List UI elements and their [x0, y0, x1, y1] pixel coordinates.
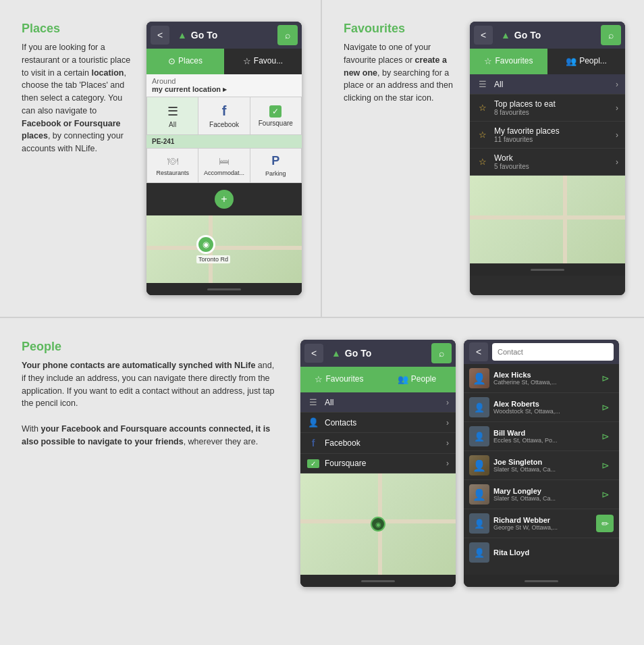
places-back-button[interactable]: <	[151, 26, 169, 45]
places-phone-content: Around my current location ▸ ☰ All f Fac…	[146, 74, 302, 295]
bill-ward-name: Bill Ward	[493, 429, 593, 437]
fav-tab-label2: Favourites	[495, 56, 533, 66]
joe-singleton-name: Joe Singleton	[493, 458, 593, 466]
fav-back-button[interactable]: <	[474, 26, 493, 45]
alex-roberts-info: Alex Roberts Woodstock St, Ottawa,...	[493, 400, 593, 415]
places-search-button[interactable]: ⌕	[277, 25, 298, 45]
joe-singleton-nav-icon: ⊳	[601, 460, 610, 471]
contact-joe-singleton: 👤 Joe Singleton Slater St, Ottawa, Ca...…	[464, 451, 619, 480]
people-left-search-button[interactable]: ⌕	[431, 343, 452, 363]
contact-mary-longley: 👤 Mary Longley Slater St, Ottawa, Ca... …	[464, 480, 619, 509]
tab-people-fav[interactable]: 👥 Peopl...	[547, 49, 625, 74]
tab-favourites-places[interactable]: ☆ Favou...	[224, 49, 302, 74]
fav-phone-header: < ▲ Go To ⌕	[470, 22, 625, 49]
people-phones-container: < ▲ Go To ⌕ ☆ Favourites 👥	[289, 340, 630, 587]
all-favourites-item[interactable]: ☰ All ›	[470, 74, 625, 95]
places-title: Places	[22, 22, 134, 36]
parking-cell[interactable]: P Parking	[250, 149, 301, 182]
alex-hicks-nav-button[interactable]: ⊳	[597, 370, 614, 386]
my-fav-name: My favorite places	[494, 126, 610, 136]
my-fav-places-item[interactable]: ☆ My favorite places 11 favourites ›	[470, 122, 625, 149]
my-fav-arrow: ›	[616, 130, 618, 140]
fav-people-label: Favourites	[325, 374, 363, 384]
facebook-contacts-item[interactable]: f Facebook ›	[300, 433, 456, 454]
work-arrow: ›	[616, 157, 618, 167]
people-left-tab-bar: ☆ Favourites 👥 People	[300, 367, 456, 392]
people-left-search-icon: ⌕	[439, 348, 444, 359]
contact-back-button[interactable]: <	[469, 342, 488, 361]
alex-roberts-avatar-icon: 👤	[474, 403, 485, 413]
richard-webber-info: Richard Webber George St W, Ottawa,...	[493, 516, 592, 531]
navigation-icon: ▲	[178, 30, 187, 41]
people-body: Your phone contacts are automatically sy…	[22, 359, 278, 448]
places-section: Places If you are looking for a restaura…	[0, 0, 322, 317]
joe-singleton-info: Joe Singleton Slater St, Ottawa, Ca...	[493, 458, 593, 473]
people-all-label: All	[325, 398, 441, 407]
add-button-row: +	[146, 183, 302, 215]
people-left-indicator	[300, 575, 456, 587]
people-tab-icon: 👥	[566, 56, 576, 66]
favourites-text: Favourites Navigate to one of your favou…	[344, 22, 458, 295]
people-all-item[interactable]: ☰ All ›	[300, 392, 456, 413]
places-goto-bar: ▲ Go To	[172, 25, 275, 45]
rita-lloyd-avatar: 👤	[469, 542, 489, 563]
joe-singleton-nav-button[interactable]: ⊳	[597, 457, 614, 473]
add-place-button[interactable]: +	[215, 190, 234, 209]
my-fav-star-icon: ☆	[477, 130, 489, 140]
contacts-item[interactable]: 👤 Contacts ›	[300, 413, 456, 433]
parking-label: Parking	[265, 170, 286, 177]
places-around-bar: Around my current location ▸	[146, 74, 302, 97]
mary-longley-avatar: 👤	[469, 484, 489, 505]
richard-webber-avatar: 👤	[469, 513, 489, 534]
top-places-star-icon: ☆	[477, 103, 489, 113]
facebook-contacts-label: Facebook	[325, 438, 441, 448]
people-left-phone: < ▲ Go To ⌕ ☆ Favourites 👥	[300, 340, 456, 587]
facebook-places-cell[interactable]: f Facebook	[198, 97, 249, 134]
people-all-icon: ☰	[307, 397, 319, 407]
foursquare-contacts-label: Foursquare	[325, 459, 441, 468]
top-places-item[interactable]: ☆ Top places to eat 8 favourites ›	[470, 95, 625, 122]
alex-roberts-nav-button[interactable]: ⊳	[597, 399, 614, 415]
restaurants-cell[interactable]: 🍽 Restaurants	[147, 149, 198, 182]
favourites-title: Favourites	[344, 22, 458, 36]
places-tab-icon: ⊙	[168, 56, 176, 66]
people-left-header: < ▲ Go To ⌕	[300, 340, 456, 367]
contact-rita-lloyd: 👤 Rita Lloyd	[464, 538, 619, 567]
tab-people-active[interactable]: 👥 People	[378, 367, 456, 392]
alex-hicks-info: Alex Hicks Catherine St, Ottawa,...	[493, 371, 593, 386]
tab-favourites-people[interactable]: ☆ Favourites	[300, 367, 378, 392]
fav-phone-content: ☰ All › ☆ Top places to eat 8 favourites…	[470, 74, 625, 295]
richard-webber-edit-button[interactable]: ✏	[596, 515, 614, 532]
people-title: People	[22, 340, 278, 354]
work-item[interactable]: ☆ Work 5 favourites ›	[470, 149, 625, 176]
bill-ward-nav-button[interactable]: ⊳	[597, 428, 614, 444]
people-left-back-button[interactable]: <	[304, 344, 323, 363]
contact-bill-ward: 👤 Bill Ward Eccles St, Ottawa, Po... ⊳	[464, 422, 619, 451]
pe241-label: PE-241	[152, 138, 174, 145]
all-places-cell[interactable]: ☰ All	[147, 97, 198, 134]
map-pin-container: ◉ Toronto Rd	[196, 235, 230, 263]
fav-people-icon: ☆	[315, 374, 323, 384]
people-right-bar	[525, 580, 558, 582]
richard-webber-addr: George St W, Ottawa,...	[493, 524, 592, 531]
people-text: People Your phone contacts are automatic…	[22, 340, 278, 587]
bill-ward-addr: Eccles St, Ottawa, Po...	[493, 437, 593, 444]
alex-hicks-avatar-icon: 👤	[473, 372, 486, 385]
all-icon: ☰	[167, 104, 178, 119]
foursquare-contacts-item[interactable]: ✓ Foursquare ›	[300, 454, 456, 473]
people-all-arrow: ›	[446, 398, 449, 407]
people-left-nav-icon: ▲	[331, 348, 341, 359]
tab-places[interactable]: ⊙ Places	[146, 49, 224, 74]
alex-roberts-name: Alex Roberts	[493, 400, 593, 408]
foursquare-places-cell[interactable]: ✓ Foursquare	[250, 97, 301, 134]
contact-search-input[interactable]	[492, 343, 614, 361]
alex-hicks-addr: Catherine St, Ottawa,...	[493, 379, 593, 386]
accommodations-cell[interactable]: 🛏 Accommodat...	[198, 149, 249, 182]
contact-alex-roberts: 👤 Alex Roberts Woodstock St, Ottawa,... …	[464, 393, 619, 422]
tab-favourites[interactable]: ☆ Favourites	[470, 49, 547, 74]
mary-longley-name: Mary Longley	[493, 487, 593, 495]
fav-search-button[interactable]: ⌕	[601, 25, 621, 45]
all-fav-label: All	[494, 80, 610, 89]
mary-longley-nav-button[interactable]: ⊳	[597, 486, 614, 502]
fav-star-icon: ☆	[484, 56, 492, 66]
